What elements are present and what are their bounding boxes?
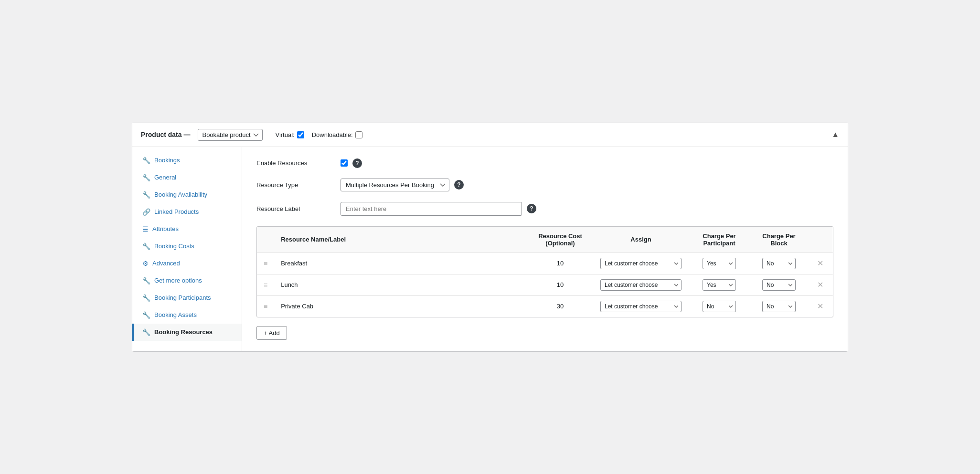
sidebar-item-advanced[interactable]: ⚙ Advanced (132, 255, 242, 272)
resource-type-label: Resource Type (256, 181, 333, 189)
resource-type-controls: Multiple Resources Per Booking Customer'… (341, 179, 464, 191)
enable-resources-controls: ? (341, 158, 362, 168)
virtual-checkbox[interactable] (297, 131, 304, 138)
delete-button-lunch[interactable]: ✕ (814, 279, 826, 290)
resource-type-select[interactable]: Multiple Resources Per Booking Customer'… (341, 179, 449, 191)
assign-select-private-cab[interactable]: Let customer choose Automatically assign (600, 301, 682, 312)
charge-block-select-private-cab[interactable]: No Yes (762, 301, 796, 312)
panel-header: Product data — Bookable product Virtual:… (132, 123, 848, 147)
wrench-icon-more: 🔧 (142, 277, 150, 284)
charge-participant-lunch: Yes No (688, 274, 750, 295)
resource-label-controls: ? (341, 202, 536, 216)
delete-cell-private-cab: ✕ (808, 295, 833, 317)
resource-assign-private-cab: Let customer choose Automatically assign (594, 295, 688, 317)
col-header-delete (808, 227, 833, 253)
sidebar-item-booking-participants[interactable]: 🔧 Booking Participants (132, 289, 242, 306)
col-header-cost: Resource Cost(Optional) (527, 227, 594, 253)
resource-name-breakfast: Breakfast (274, 253, 527, 274)
charge-participant-private-cab: No Yes (688, 295, 750, 317)
wrench-icon-availability: 🔧 (142, 191, 150, 199)
drag-handle-breakfast[interactable]: ≡ (257, 253, 274, 274)
panel-body: 🔧 Bookings 🔧 General 🔧 Booking Availabil… (132, 147, 848, 351)
product-type-select[interactable]: Bookable product (198, 129, 263, 141)
resource-assign-breakfast: Let customer choose Automatically assign (594, 253, 688, 274)
virtual-label[interactable]: Virtual: (275, 131, 304, 138)
sidebar-label-general: General (154, 174, 176, 181)
resource-cost-breakfast: 10 (527, 253, 594, 274)
downloadable-checkbox[interactable] (355, 131, 362, 138)
charge-block-breakfast: No Yes (750, 253, 808, 274)
charge-participant-select-breakfast[interactable]: Yes No (703, 258, 736, 269)
sidebar-item-attributes[interactable]: ☰ Attributes (132, 221, 242, 238)
assign-select-breakfast[interactable]: Let customer choose Automatically assign (600, 258, 682, 269)
link-icon-linked-products: 🔗 (142, 208, 150, 216)
sidebar-label-assets: Booking Assets (154, 311, 197, 318)
charge-participant-select-lunch[interactable]: Yes No (703, 279, 736, 291)
sidebar-label-costs: Booking Costs (154, 242, 194, 250)
sidebar-label-advanced: Advanced (152, 260, 180, 267)
sidebar-label-resources: Booking Resources (154, 328, 213, 336)
delete-button-private-cab[interactable]: ✕ (814, 301, 826, 312)
sidebar-item-linked-products[interactable]: 🔗 Linked Products (132, 203, 242, 221)
table-row: ≡ Lunch 10 Let customer choose Automatic… (257, 274, 833, 295)
delete-cell-breakfast: ✕ (808, 253, 833, 274)
charge-block-lunch: No Yes (750, 274, 808, 295)
sidebar: 🔧 Bookings 🔧 General 🔧 Booking Availabil… (132, 147, 242, 351)
table-header-row: Resource Name/Label Resource Cost(Option… (257, 227, 833, 253)
assign-select-lunch[interactable]: Let customer choose Automatically assign (600, 279, 682, 291)
sidebar-label-availability: Booking Availability (154, 191, 207, 198)
sidebar-item-bookings[interactable]: 🔧 Bookings (132, 152, 242, 169)
table-row: ≡ Private Cab 30 Let customer choose Aut… (257, 295, 833, 317)
wrench-icon-bookings: 🔧 (142, 157, 150, 164)
enable-resources-checkbox[interactable] (341, 159, 348, 167)
charge-participant-select-private-cab[interactable]: No Yes (703, 301, 736, 312)
charge-block-select-breakfast[interactable]: No Yes (762, 258, 796, 269)
enable-resources-help-icon[interactable]: ? (352, 158, 362, 168)
resource-name-lunch: Lunch (274, 274, 527, 295)
sidebar-item-booking-resources[interactable]: 🔧 Booking Resources (132, 324, 242, 341)
drag-handle-private-cab[interactable]: ≡ (257, 295, 274, 317)
add-resource-button[interactable]: + Add (256, 326, 287, 340)
charge-participant-breakfast: Yes No (688, 253, 750, 274)
wrench-icon-costs: 🔧 (142, 242, 150, 250)
sidebar-item-booking-availability[interactable]: 🔧 Booking Availability (132, 186, 242, 203)
enable-resources-label: Enable Resources (256, 159, 333, 167)
drag-handle-lunch[interactable]: ≡ (257, 274, 274, 295)
resource-name-private-cab: Private Cab (274, 295, 527, 317)
collapse-arrow-icon[interactable]: ▲ (831, 130, 839, 139)
panel-title: Product data — (141, 131, 190, 138)
resources-table-wrapper: Resource Name/Label Resource Cost(Option… (256, 226, 833, 317)
downloadable-label[interactable]: Downloadable: (312, 131, 362, 138)
list-icon-attributes: ☰ (142, 225, 149, 233)
sidebar-item-general[interactable]: 🔧 General (132, 169, 242, 186)
table-row: ≡ Breakfast 10 Let customer choose Autom… (257, 253, 833, 274)
sidebar-label-more: Get more options (154, 277, 202, 284)
resource-label-label: Resource Label (256, 205, 333, 212)
sidebar-item-booking-costs[interactable]: 🔧 Booking Costs (132, 238, 242, 255)
sidebar-label-attributes: Attributes (152, 225, 179, 232)
enable-resources-row: Enable Resources ? (256, 158, 833, 168)
resource-label-help-icon[interactable]: ? (527, 204, 536, 213)
charge-block-select-lunch[interactable]: No Yes (762, 279, 796, 291)
col-header-charge-participant: Charge PerParticipant (688, 227, 750, 253)
sidebar-item-booking-assets[interactable]: 🔧 Booking Assets (132, 306, 242, 324)
resource-type-help-icon[interactable]: ? (454, 180, 464, 190)
virtual-downloadable-group: Virtual: Downloadable: (275, 131, 362, 138)
gear-icon-advanced: ⚙ (142, 260, 149, 267)
sidebar-item-get-more-options[interactable]: 🔧 Get more options (132, 272, 242, 289)
wrench-icon-general: 🔧 (142, 174, 150, 181)
sidebar-label-participants: Booking Participants (154, 294, 211, 301)
resource-label-row: Resource Label ? (256, 202, 833, 216)
resource-cost-private-cab: 30 (527, 295, 594, 317)
charge-block-private-cab: No Yes (750, 295, 808, 317)
wrench-icon-assets: 🔧 (142, 311, 150, 319)
resource-type-row: Resource Type Multiple Resources Per Boo… (256, 179, 833, 191)
resources-table: Resource Name/Label Resource Cost(Option… (257, 227, 833, 317)
product-data-panel: Product data — Bookable product Virtual:… (132, 123, 848, 352)
sidebar-label-linked-products: Linked Products (154, 208, 199, 215)
wrench-icon-participants: 🔧 (142, 294, 150, 302)
resource-label-input[interactable] (341, 202, 522, 216)
delete-button-breakfast[interactable]: ✕ (814, 258, 826, 269)
col-header-drag (257, 227, 274, 253)
sidebar-label-bookings: Bookings (154, 157, 180, 164)
